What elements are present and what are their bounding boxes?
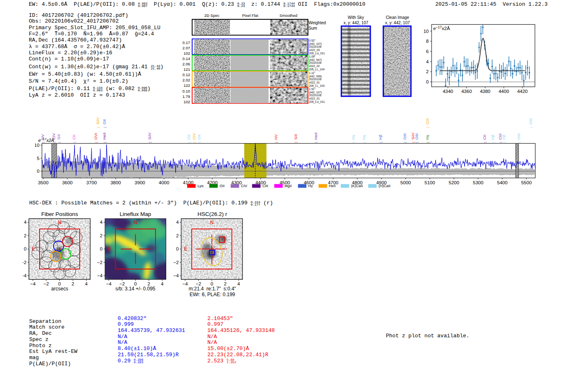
- svg-text:−2: −2: [97, 260, 102, 265]
- svg-text:{: {: [491, 141, 495, 143]
- svg-text:(K)CaII: (K)CaII: [351, 184, 363, 188]
- svg-text:SiIV: SiIV: [95, 117, 100, 124]
- svg-text:0: 0: [24, 246, 26, 251]
- svg-text:CII: CII: [72, 135, 76, 139]
- svg-text:4: 4: [176, 220, 179, 225]
- svg-text:{: {: [517, 141, 521, 143]
- svg-text:HeII: HeII: [314, 132, 318, 139]
- svg-text:{: {: [148, 141, 152, 143]
- svg-text:CIV: CIV: [192, 133, 196, 140]
- svg-text:{: {: [499, 141, 502, 143]
- svg-text:{: {: [362, 141, 366, 143]
- svg-text:OII: OII: [220, 184, 225, 188]
- svg-text:{: {: [411, 141, 415, 143]
- svg-text:−4: −4: [173, 273, 179, 278]
- svg-text:Hβ: Hβ: [502, 135, 506, 140]
- svg-text:5300: 5300: [473, 180, 483, 185]
- svg-text:5000: 5000: [400, 180, 411, 185]
- svg-text:CII: CII: [482, 135, 487, 139]
- svg-text:{: {: [502, 141, 506, 143]
- svg-text:SiIV: SiIV: [147, 132, 152, 139]
- svg-text:E: E: [32, 246, 35, 252]
- svg-text:{: {: [352, 141, 355, 143]
- svg-text:N: N: [58, 220, 61, 225]
- svg-text:(H)CaII: (H)CaII: [379, 184, 390, 188]
- svg-text:SiII: SiII: [293, 134, 298, 140]
- svg-text:4: 4: [100, 220, 103, 225]
- svg-text:4: 4: [24, 220, 27, 225]
- svg-text:−2: −2: [23, 260, 26, 265]
- svg-text:CIV: CIV: [241, 184, 247, 188]
- svg-text:HeII: HeII: [102, 132, 107, 139]
- svg-text:0: 0: [100, 246, 102, 251]
- svg-text:{: {: [294, 141, 298, 143]
- svg-text:OIII: OIII: [528, 118, 533, 124]
- svg-text:{: {: [41, 141, 45, 143]
- svg-text:10: 10: [424, 29, 429, 34]
- svg-text:Hγ: Hγ: [362, 135, 366, 140]
- svg-text:{: {: [483, 141, 487, 143]
- svg-text:2: 2: [100, 233, 102, 238]
- svg-text:{: {: [379, 141, 383, 143]
- svg-text:NV: NV: [40, 134, 45, 140]
- svg-text:{: {: [197, 141, 201, 143]
- svg-text:{: {: [96, 127, 100, 128]
- svg-text:{: {: [103, 127, 107, 128]
- svg-text:3700: 3700: [86, 180, 97, 185]
- svg-text:SiII: SiII: [56, 134, 61, 140]
- svg-text:5200: 5200: [449, 180, 460, 185]
- svg-text:CIII: CIII: [262, 184, 268, 188]
- svg-text:2: 2: [426, 69, 429, 74]
- svg-text:3600: 3600: [62, 180, 73, 185]
- svg-text:Hβ: Hβ: [490, 135, 495, 140]
- svg-text:6: 6: [426, 49, 429, 54]
- svg-text:{: {: [193, 141, 196, 143]
- svg-text:OIII: OIII: [414, 133, 419, 139]
- svg-text:E: E: [184, 246, 187, 252]
- svg-text:0: 0: [176, 246, 179, 251]
- svg-text:3900: 3900: [135, 180, 145, 185]
- svg-text:−4: −4: [97, 273, 103, 278]
- svg-text:2: 2: [176, 233, 179, 238]
- svg-text:+: +: [59, 246, 61, 251]
- svg-text:4400: 4400: [499, 89, 509, 94]
- svg-text:5400: 5400: [497, 180, 508, 185]
- svg-text:CIV: CIV: [51, 133, 56, 140]
- svg-text:8: 8: [426, 39, 429, 44]
- svg-text:OVI: OVI: [93, 133, 98, 139]
- svg-text:Hγ: Hγ: [308, 184, 313, 188]
- svg-text:Hβ: Hβ: [378, 135, 383, 140]
- svg-text:{: {: [187, 141, 191, 143]
- svg-text:HeII: HeII: [329, 184, 336, 188]
- svg-text:0: 0: [37, 169, 39, 174]
- svg-text:{: {: [72, 141, 76, 143]
- svg-text:4360: 4360: [461, 89, 472, 94]
- svg-text:10: 10: [35, 143, 39, 148]
- svg-text:{: {: [103, 141, 107, 143]
- svg-text:OII: OII: [102, 119, 107, 125]
- svg-text:−2: −2: [173, 260, 179, 265]
- svg-text:NV: NV: [274, 134, 278, 140]
- svg-text:Hγ: Hγ: [425, 135, 430, 140]
- svg-text:{: {: [529, 127, 533, 128]
- svg-text:MgII: MgII: [285, 184, 292, 188]
- svg-text:OIII: OIII: [402, 133, 407, 139]
- svg-text:{: {: [426, 141, 430, 143]
- svg-text:5500: 5500: [521, 180, 532, 185]
- svg-text:{: {: [274, 141, 278, 143]
- svg-text:N: N: [210, 220, 214, 225]
- svg-text:{: {: [314, 141, 318, 143]
- svg-text:0: 0: [426, 79, 429, 84]
- svg-text:{: {: [426, 127, 430, 128]
- svg-text:Lyα: Lyα: [197, 184, 203, 188]
- svg-text:OII: OII: [186, 135, 191, 140]
- svg-text:CIII: CIII: [425, 118, 430, 125]
- svg-text:e−17x2Å: e−17x2Å: [433, 25, 450, 31]
- svg-text:OIII: OIII: [516, 133, 521, 139]
- svg-text:5: 5: [37, 156, 39, 161]
- svg-text:4000: 4000: [159, 180, 170, 185]
- svg-text:4340: 4340: [443, 89, 453, 94]
- svg-text:{: {: [57, 141, 61, 143]
- svg-text:4: 4: [426, 59, 429, 64]
- svg-text:−4: −4: [23, 273, 27, 278]
